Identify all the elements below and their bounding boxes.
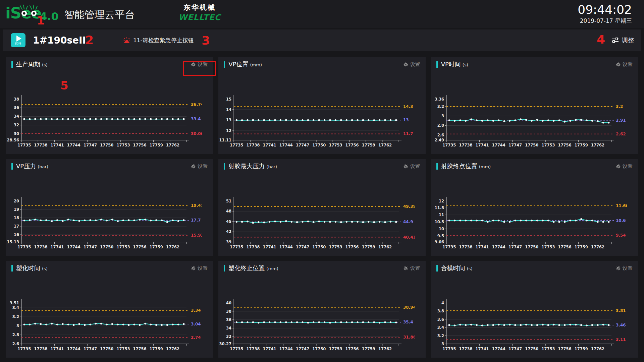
svg-text:17744: 17744 xyxy=(492,143,505,147)
svg-text:17741: 17741 xyxy=(475,245,489,249)
settings-button[interactable]: 设置 xyxy=(616,265,633,272)
settings-button[interactable]: 设置 xyxy=(404,265,420,272)
svg-text:17753: 17753 xyxy=(116,347,130,351)
svg-text:3.4: 3.4 xyxy=(12,305,19,310)
settings-label: 设置 xyxy=(198,265,208,272)
svg-text:17750: 17750 xyxy=(525,143,538,147)
chart-card: 射胶最大压力(bar)设置394245485117735177381774117… xyxy=(218,159,425,256)
svg-text:33.4: 33.4 xyxy=(191,117,201,121)
svg-text:17756: 17756 xyxy=(558,143,571,147)
alarm-siren-icon xyxy=(123,37,130,44)
chart-unit: (s) xyxy=(42,62,48,67)
chart-title: 合模时间(s) xyxy=(441,264,473,272)
title-accent-bar xyxy=(436,163,438,170)
chart-title: 塑化时间(s) xyxy=(16,264,48,272)
svg-text:3.2: 3.2 xyxy=(437,104,444,109)
settings-button[interactable]: 设置 xyxy=(404,61,420,68)
svg-text:3: 3 xyxy=(441,114,444,118)
svg-text:3.4: 3.4 xyxy=(437,325,444,330)
run-status-button[interactable]: 运行 xyxy=(11,33,25,47)
svg-text:17759: 17759 xyxy=(150,143,163,147)
svg-text:11: 11 xyxy=(439,213,444,217)
svg-text:17741: 17741 xyxy=(263,245,276,249)
settings-label: 设置 xyxy=(623,61,633,68)
svg-text:17750: 17750 xyxy=(313,245,326,249)
chart-unit: (bar) xyxy=(266,164,277,169)
svg-text:2.8: 2.8 xyxy=(12,333,19,337)
svg-text:2.8: 2.8 xyxy=(437,123,444,128)
settings-button[interactable]: 设置 xyxy=(191,265,208,272)
svg-text:2.62: 2.62 xyxy=(616,132,626,136)
title-accent-bar xyxy=(11,265,13,272)
chart-card: 合模时间(s)设置33.23.43.63.8417735177381774117… xyxy=(431,261,638,358)
svg-text:17747: 17747 xyxy=(296,347,309,351)
chart-card-header: 塑化时间(s)设置 xyxy=(6,261,213,275)
svg-text:17756: 17756 xyxy=(133,245,147,249)
svg-text:17744: 17744 xyxy=(67,143,80,147)
svg-text:12: 12 xyxy=(226,128,231,133)
line-chart: 15.1316171819201773517738177411774417747… xyxy=(6,173,202,256)
svg-text:17750: 17750 xyxy=(100,245,113,249)
svg-text:36.74: 36.74 xyxy=(191,102,202,107)
svg-text:38: 38 xyxy=(14,97,19,102)
svg-text:17759: 17759 xyxy=(574,143,588,147)
svg-text:3.8: 3.8 xyxy=(437,309,444,313)
svg-text:11.5: 11.5 xyxy=(434,205,444,210)
svg-text:19: 19 xyxy=(14,207,19,212)
svg-text:17756: 17756 xyxy=(558,245,571,249)
chart-unit: (s) xyxy=(463,62,468,67)
welltec-logo: 东华机械 WELLTEC xyxy=(168,3,231,22)
svg-text:38: 38 xyxy=(226,309,231,314)
gear-icon xyxy=(404,164,408,169)
svg-text:30: 30 xyxy=(14,131,19,136)
chart-title: VP位置(mm) xyxy=(228,60,262,68)
alarm-message[interactable]: 11-请检查紧急停止按钮 xyxy=(123,37,194,44)
svg-text:17735: 17735 xyxy=(17,143,31,147)
clock-date: 2019-07-17 星期三 xyxy=(578,17,632,25)
svg-text:14: 14 xyxy=(226,107,231,112)
svg-text:17747: 17747 xyxy=(84,143,97,147)
chart-unit: (mm) xyxy=(479,164,491,169)
svg-text:17756: 17756 xyxy=(133,347,147,351)
svg-text:17738: 17738 xyxy=(34,245,47,249)
svg-text:17744: 17744 xyxy=(492,245,505,249)
settings-label: 设置 xyxy=(198,163,208,170)
settings-button[interactable]: 设置 xyxy=(616,61,633,68)
svg-text:17756: 17756 xyxy=(345,245,359,249)
svg-text:17762: 17762 xyxy=(166,143,179,147)
svg-text:17762: 17762 xyxy=(166,245,179,249)
settings-button[interactable]: 设置 xyxy=(404,163,420,170)
svg-text:17759: 17759 xyxy=(574,245,588,249)
chart-card-header: VP压力(bar)设置 xyxy=(6,159,213,173)
svg-text:32: 32 xyxy=(226,334,231,339)
svg-text:48: 48 xyxy=(226,209,231,214)
svg-text:17762: 17762 xyxy=(378,143,392,147)
svg-text:17738: 17738 xyxy=(247,347,260,351)
svg-text:19.47: 19.47 xyxy=(191,203,202,208)
settings-button[interactable]: 设置 xyxy=(191,163,208,170)
svg-text:17759: 17759 xyxy=(362,245,375,249)
svg-text:17747: 17747 xyxy=(84,347,97,351)
annotation-marker-4: 4 xyxy=(597,34,605,46)
svg-text:3.51: 3.51 xyxy=(10,301,19,305)
svg-text:10.6: 10.6 xyxy=(616,218,626,223)
svg-text:17738: 17738 xyxy=(459,245,472,249)
svg-text:51: 51 xyxy=(226,199,231,203)
app-header: iSee 4.0 智能管理云平台 东华机械 WELLTEC 09:44:02 2… xyxy=(0,0,644,28)
title-accent-bar xyxy=(436,265,438,272)
clock: 09:44:02 2019-07-17 星期三 xyxy=(578,3,632,25)
svg-text:17753: 17753 xyxy=(116,143,130,147)
machine-name: 1#190seII xyxy=(33,35,86,46)
svg-text:15: 15 xyxy=(226,97,231,102)
settings-button[interactable]: 设置 xyxy=(616,163,633,170)
chart-title: 射胶终点位置(mm) xyxy=(441,162,491,170)
line-chart: 28.5630323436381773517738177411774417747… xyxy=(6,71,202,154)
svg-text:3.46: 3.46 xyxy=(616,323,626,327)
clock-time: 09:44:02 xyxy=(578,3,632,16)
settings-label: 设置 xyxy=(410,265,420,272)
svg-text:3.34: 3.34 xyxy=(191,308,201,313)
alarm-text: 11-请检查紧急停止按钮 xyxy=(133,37,194,44)
adjust-button[interactable]: 调整 xyxy=(611,36,634,44)
annotation-marker-2: 2 xyxy=(85,34,94,46)
svg-text:17756: 17756 xyxy=(345,347,359,351)
